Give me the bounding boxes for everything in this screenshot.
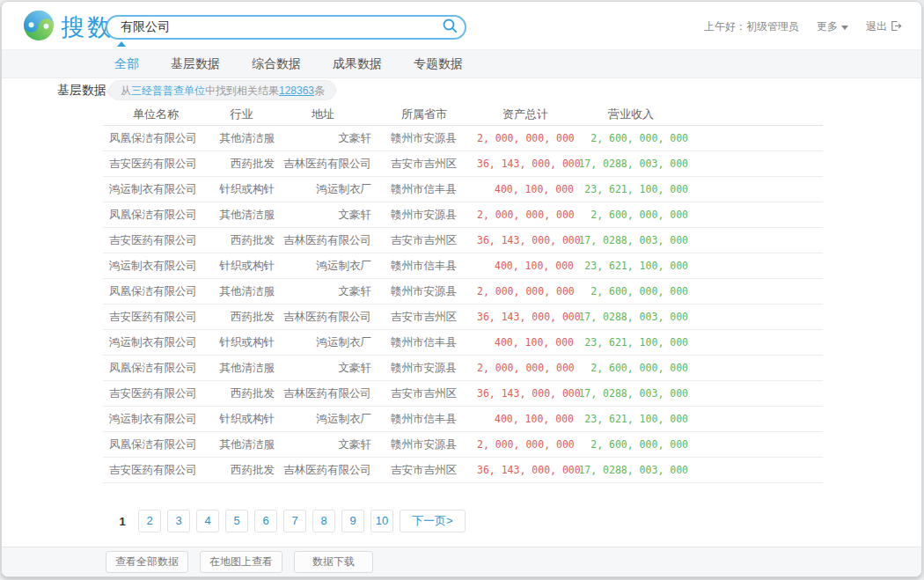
view-on-map-button[interactable]: 在地图上查看 [200, 551, 282, 573]
tab-achievement-data[interactable]: 成果数据 [333, 56, 382, 72]
table-row[interactable]: 吉安医药有限公司 西药批发 吉林医药有限公司 吉安市吉州区 36, 143, 0… [103, 305, 823, 330]
page-button[interactable]: 7 [283, 510, 306, 532]
cell-province-city: 赣州市信丰县 [371, 259, 477, 274]
table-row[interactable]: 吉安医药有限公司 西药批发 吉林医药有限公司 吉安市吉州区 36, 143, 0… [103, 458, 823, 483]
table-row[interactable]: 凤凰保洁有限公司 其他清洁服 文豪轩 赣州市安源县 2, 000, 000, 0… [103, 279, 823, 305]
tab-all[interactable]: 全部 [114, 56, 139, 72]
col-header-address: 地址 [275, 106, 371, 122]
logout-label: 退出 [866, 19, 887, 34]
table-row[interactable]: 鸿运制衣有限公司 针织或构针 鸿运制衣厂 赣州市信丰县 400, 100, 00… [103, 253, 823, 279]
cell-revenue: 17, 0288, 003, 000 [574, 234, 688, 246]
cell-revenue: 17, 0288, 003, 000 [574, 464, 688, 476]
data-download-button[interactable]: 数据下载 [294, 551, 373, 573]
page-button[interactable]: 9 [341, 510, 364, 532]
cell-industry: 其他清洁服 [209, 131, 275, 146]
tab-strip: 全部 基层数据 综合数据 成果数据 专题数据 [2, 49, 921, 78]
tab-comprehensive-data[interactable]: 综合数据 [252, 56, 301, 72]
cell-industry: 针织或构针 [209, 335, 275, 350]
cell-industry: 其他清洁服 [209, 208, 275, 223]
result-count-bubble: 从三经普普查单位中找到相关结果128363条 [109, 80, 336, 100]
cell-revenue: 2, 600, 000, 000 [574, 362, 688, 374]
table-row[interactable]: 鸿运制衣有限公司 针织或构针 鸿运制衣厂 赣州市信丰县 400, 100, 00… [103, 407, 823, 432]
page-button[interactable]: 8 [312, 510, 335, 532]
table-row[interactable]: 凤凰保洁有限公司 其他清洁服 文豪轩 赣州市安源县 2, 000, 000, 0… [103, 126, 823, 151]
table-row[interactable]: 凤凰保洁有限公司 其他清洁服 文豪轩 赣州市安源县 2, 000, 000, 0… [103, 202, 823, 228]
brand-logo[interactable]: 搜数 [23, 10, 114, 45]
view-all-data-button[interactable]: 查看全部数据 [106, 551, 188, 573]
cell-revenue: 2, 600, 000, 000 [574, 209, 688, 221]
cell-total-assets: 400, 100, 000 [477, 336, 574, 349]
cell-company-name: 凤凰保洁有限公司 [103, 437, 209, 452]
cell-revenue: 17, 0288, 003, 000 [574, 158, 688, 170]
more-label: 更多 [817, 19, 838, 34]
next-page-button[interactable]: 下一页> [400, 510, 466, 532]
cell-revenue: 17, 0288, 003, 000 [574, 311, 688, 323]
table-row[interactable]: 吉安医药有限公司 西药批发 吉林医药有限公司 吉安市吉州区 36, 143, 0… [103, 228, 823, 253]
cell-address: 鸿运制衣厂 [275, 182, 371, 197]
page-button[interactable]: 6 [254, 510, 277, 532]
cell-address: 鸿运制衣厂 [275, 259, 371, 274]
cell-address: 吉林医药有限公司 [275, 463, 371, 478]
cell-address: 鸿运制衣厂 [275, 335, 371, 350]
cell-province-city: 赣州市安源县 [371, 208, 477, 223]
search-box [106, 15, 466, 40]
cell-company-name: 鸿运制衣有限公司 [103, 182, 209, 197]
more-menu[interactable]: 更多 [817, 19, 848, 34]
tab-basic-data[interactable]: 基层数据 [171, 56, 220, 72]
tab-topic-data[interactable]: 专题数据 [414, 56, 463, 72]
cell-total-assets: 36, 143, 000, 000 [477, 464, 574, 476]
page-button[interactable]: 10 [370, 510, 393, 532]
page-button[interactable]: 3 [167, 510, 190, 532]
cell-company-name: 吉安医药有限公司 [103, 233, 209, 248]
current-page: 1 [113, 515, 132, 528]
cell-industry: 西药批发 [209, 386, 275, 401]
cell-province-city: 赣州市安源县 [371, 437, 477, 452]
result-count-link[interactable]: 128363 [279, 84, 314, 97]
page-button[interactable]: 4 [196, 510, 219, 532]
search-input[interactable] [107, 20, 435, 34]
logout-button[interactable]: 退出 [866, 19, 902, 34]
cell-company-name: 凤凰保洁有限公司 [103, 208, 209, 223]
cell-company-name: 凤凰保洁有限公司 [103, 284, 209, 299]
cell-industry: 西药批发 [209, 463, 275, 478]
cell-company-name: 吉安医药有限公司 [103, 310, 209, 325]
cell-industry: 针织或构针 [209, 412, 275, 427]
page-list: 2345678910 [138, 510, 393, 532]
page-button[interactable]: 2 [138, 510, 161, 532]
user-bar: 上午好：初级管理员 更多 退出 [704, 19, 902, 34]
cell-address: 吉林医药有限公司 [275, 310, 371, 325]
table-row[interactable]: 吉安医药有限公司 西药批发 吉林医药有限公司 吉安市吉州区 36, 143, 0… [103, 151, 823, 177]
cell-revenue: 23, 621, 100, 000 [574, 413, 688, 425]
table-row[interactable]: 凤凰保洁有限公司 其他清洁服 文豪轩 赣州市安源县 2, 000, 000, 0… [103, 356, 823, 381]
logout-icon [891, 20, 902, 34]
search-button[interactable] [435, 17, 465, 38]
table-row[interactable]: 凤凰保洁有限公司 其他清洁服 文豪轩 赣州市安源县 2, 000, 000, 0… [103, 432, 823, 458]
table-row[interactable]: 鸿运制衣有限公司 针织或构针 鸿运制衣厂 赣州市信丰县 400, 100, 00… [103, 330, 823, 356]
cell-revenue: 2, 600, 000, 000 [574, 132, 688, 144]
page-card: 搜数 上午好：初级管理员 更多 退出 [1, 1, 922, 577]
table-row[interactable]: 鸿运制衣有限公司 针织或构针 鸿运制衣厂 赣州市信丰县 400, 100, 00… [103, 177, 823, 202]
cell-province-city: 赣州市信丰县 [371, 412, 477, 427]
section-label: 基层数据 [57, 83, 106, 99]
cell-total-assets: 36, 143, 000, 000 [477, 158, 574, 170]
search-icon [442, 18, 458, 37]
cell-province-city: 赣州市安源县 [371, 131, 477, 146]
cell-address: 文豪轩 [275, 284, 371, 299]
cell-revenue: 2, 600, 000, 000 [574, 438, 688, 451]
cell-address: 吉林医药有限公司 [275, 157, 371, 172]
source-link[interactable]: 三经普普查单位 [131, 84, 205, 97]
cell-province-city: 吉安市吉州区 [371, 463, 477, 478]
cell-province-city: 赣州市安源县 [371, 284, 477, 299]
cell-total-assets: 36, 143, 000, 000 [477, 387, 574, 400]
footer-action-bar: 查看全部数据 在地图上查看 数据下载 [2, 547, 921, 576]
cell-total-assets: 2, 000, 000, 000 [477, 209, 574, 221]
table-row[interactable]: 吉安医药有限公司 西药批发 吉林医药有限公司 吉安市吉州区 36, 143, 0… [103, 381, 823, 407]
cell-province-city: 赣州市信丰县 [371, 182, 477, 197]
cell-industry: 西药批发 [209, 157, 275, 172]
cell-province-city: 赣州市信丰县 [371, 335, 477, 350]
cell-company-name: 鸿运制衣有限公司 [103, 335, 209, 350]
cell-company-name: 凤凰保洁有限公司 [103, 361, 209, 376]
page-button[interactable]: 5 [225, 510, 248, 532]
pagination: 1 2345678910 下一页> [113, 510, 466, 532]
active-tab-pointer [117, 41, 126, 47]
